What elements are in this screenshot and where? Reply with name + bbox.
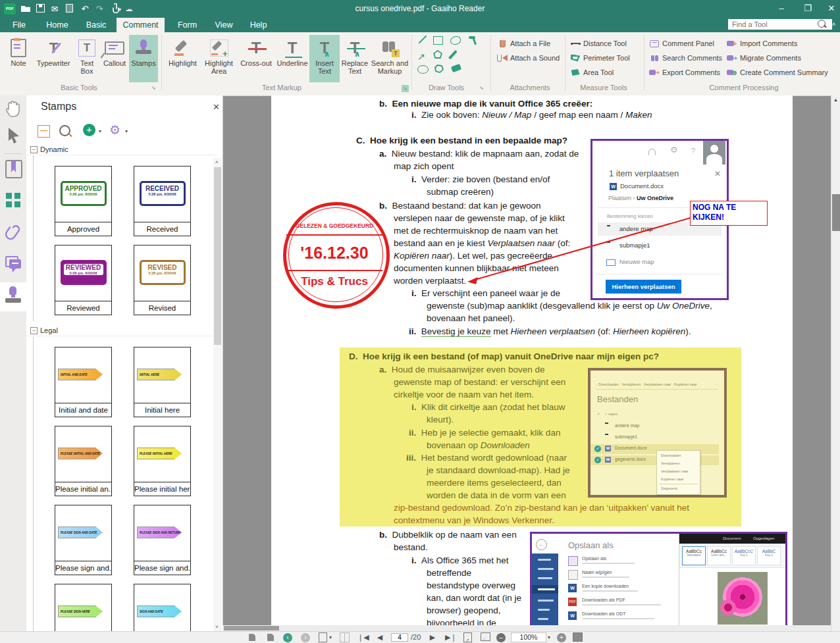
collapse-all-button[interactable]: — [38, 125, 50, 138]
draw-rectangle-icon[interactable] [433, 36, 443, 45]
tab-view[interactable]: View [209, 18, 238, 32]
draw-tools-launcher-icon[interactable]: ⇘ [479, 85, 484, 91]
export-comments-button[interactable]: ➜ Export Comments [649, 66, 720, 78]
distance-tool-button[interactable]: Distance Tool [570, 38, 627, 49]
close-button[interactable]: ✕ [822, 0, 840, 16]
horizontal-scroll-thumb[interactable] [224, 626, 279, 630]
import-comments-button[interactable]: + Import Comments [727, 38, 797, 49]
cross-out-button[interactable]: T Cross-out [237, 35, 275, 82]
page-display-button[interactable] [319, 632, 327, 643]
scroll-up-icon[interactable]: ˄ [215, 159, 219, 165]
add-stamp-dropdown-icon[interactable]: ▾ [99, 128, 101, 134]
draw-oval-icon[interactable] [417, 65, 429, 74]
stamp-card-please-sign-and-return[interactable]: PLEASE SIGN AND RETURN Please sign and..… [134, 505, 191, 575]
collapse-ribbon-icon[interactable]: ˄ [832, 21, 835, 28]
stamps-panel-close-icon[interactable]: ✕ [213, 102, 220, 112]
stamp-card-please-initial-and-date[interactable]: PLEASE INITIAL AND DATE Please initial a… [55, 426, 112, 496]
actual-size-icon[interactable]: ↗ [463, 632, 472, 643]
vertical-scrollbar[interactable]: ▲ [831, 95, 840, 631]
draw-polygon-icon[interactable] [434, 64, 444, 73]
zoom-dropdown-icon[interactable]: ▾ [548, 632, 550, 643]
replace-text-button[interactable]: T∧ Replace Text [340, 35, 370, 82]
comments-panel-icon[interactable] [5, 256, 22, 272]
note-button[interactable]: Note [4, 35, 33, 82]
fit-width-icon[interactable]: ⇔ [481, 632, 490, 643]
draw-arrow-icon[interactable]: ↗ [417, 51, 427, 61]
tab-form[interactable]: Form [171, 18, 204, 32]
stamps-panel-scrollbar[interactable]: ˄ ˅ [213, 158, 222, 631]
page-number-input[interactable] [391, 633, 408, 642]
fit-page-button[interactable] [573, 632, 583, 643]
search-comments-button[interactable]: Search Comments [649, 52, 722, 64]
tab-file[interactable]: File [5, 18, 33, 32]
migrate-comments-button[interactable]: ➜ Migrate Comments [727, 52, 801, 64]
collapse-dynamic-icon[interactable]: – [30, 146, 38, 153]
draw-pencil-icon[interactable] [448, 50, 458, 60]
export-pages-icon[interactable] [246, 632, 258, 643]
highlight-area-button[interactable]: + Highlight Area [201, 35, 237, 82]
gelezen-goedgekeurd-stamp[interactable]: GELEZEN & GOEDGEKEURD '16.12.30 Tips & T… [283, 202, 390, 309]
tab-help[interactable]: Help [244, 18, 273, 32]
stamp-card-approved[interactable]: APPROVED5:28 pm, 6/30/06 Approved [55, 166, 112, 236]
perimeter-tool-button[interactable]: Perimeter Tool [570, 52, 630, 64]
scroll-thumb[interactable] [214, 167, 221, 345]
zoom-in-button[interactable]: + [557, 633, 566, 642]
stamp-card-initial-here[interactable]: INITIAL HERE Initial here [134, 347, 191, 417]
page-display-dropdown-icon[interactable]: ▾ [329, 632, 332, 643]
page-thumbnails-panel-icon[interactable] [6, 193, 22, 209]
stamp-card-please-initial-here[interactable]: PLEASE INITIAL HERE Please initial here [134, 426, 191, 496]
draw-cloud-icon[interactable] [450, 36, 461, 45]
stamp-card-received[interactable]: RECEIVED5:28 pm, 6/30/06 Received [134, 166, 191, 236]
attach-file-button[interactable]: Attach a File [497, 38, 550, 49]
find-tool-input[interactable] [728, 19, 832, 30]
text-box-button[interactable]: T Text Box [74, 35, 100, 82]
note-annotation-box[interactable]: NOG NA TEKIJKEN! [690, 201, 768, 226]
minimize-button[interactable]: – [772, 0, 791, 16]
draw-hammer-icon[interactable] [469, 36, 478, 45]
horizontal-scrollbar[interactable] [223, 625, 831, 631]
highlight-button[interactable]: Highlight [165, 35, 201, 82]
stamp-card-reviewed[interactable]: REVIEWED5:28 pm, 6/30/06 Reviewed [55, 245, 112, 315]
insert-text-button[interactable]: T∧ Insert Text [309, 35, 340, 82]
callout-button[interactable]: Callout [100, 35, 129, 82]
draw-pentagon-icon[interactable] [433, 50, 442, 59]
attach-sound-button[interactable]: Attach a Sound [497, 52, 560, 64]
restore-button[interactable]: ❐ [798, 0, 818, 16]
stamp-card-please-sign-here[interactable]: PLEASE SIGN HERE [55, 584, 112, 631]
bookmarks-panel-icon[interactable] [5, 160, 22, 178]
add-stamp-button[interactable]: + [83, 124, 95, 136]
scroll-down-icon[interactable]: ˅ [215, 624, 219, 630]
search-and-markup-button[interactable]: T Search and Markup [370, 35, 409, 82]
section-legal[interactable]: – Legal [26, 325, 217, 336]
attachments-panel-icon[interactable] [5, 224, 21, 244]
previous-view-button[interactable]: ‹ [283, 633, 292, 642]
stamp-card-initial-and-date[interactable]: INITIAL AND DATE Initial and date [55, 347, 112, 417]
text-markup-launcher-icon[interactable]: ⇘ [402, 85, 409, 92]
tab-home[interactable]: Home [39, 18, 75, 32]
previous-page-button[interactable]: ◀ [375, 632, 384, 643]
tab-basic[interactable]: Basic [80, 18, 112, 32]
first-page-button[interactable]: ❘◀ [357, 632, 368, 643]
zoom-out-button[interactable]: – [496, 633, 506, 642]
zoom-level-display[interactable]: 100% [511, 632, 546, 642]
area-tool-button[interactable]: Area Tool [570, 66, 614, 78]
tab-comment[interactable]: Comment [117, 18, 165, 32]
panel-search-icon[interactable] [59, 125, 70, 136]
typewriter-button[interactable]: T Typewriter [34, 35, 72, 82]
underline-button[interactable]: T Underline [276, 35, 308, 82]
select-tool-icon[interactable] [7, 127, 21, 147]
next-page-button[interactable]: ▶ [428, 632, 437, 643]
scroll-up-icon[interactable]: ▲ [833, 97, 838, 102]
import-pages-icon[interactable] [265, 632, 276, 643]
basic-tools-launcher-icon[interactable]: ⇘ [151, 85, 156, 91]
stamps-button[interactable]: Stamps [129, 35, 158, 82]
stamps-panel-active-tile[interactable] [0, 282, 26, 311]
create-comment-summary-button[interactable]: ⊕ Create Comment Summary [727, 66, 828, 78]
stamp-settings-dropdown-icon[interactable]: ▾ [125, 128, 128, 134]
comment-panel-button[interactable]: Comment Panel [649, 38, 714, 49]
draw-line-icon[interactable] [419, 36, 427, 44]
next-view-button[interactable]: › [301, 633, 310, 642]
stamp-card-please-sign-and-date[interactable]: PLEASE SIGN AND DATE Please sign and... [55, 505, 112, 575]
hand-tool-icon[interactable] [5, 99, 22, 120]
collapse-legal-icon[interactable]: – [30, 327, 38, 334]
